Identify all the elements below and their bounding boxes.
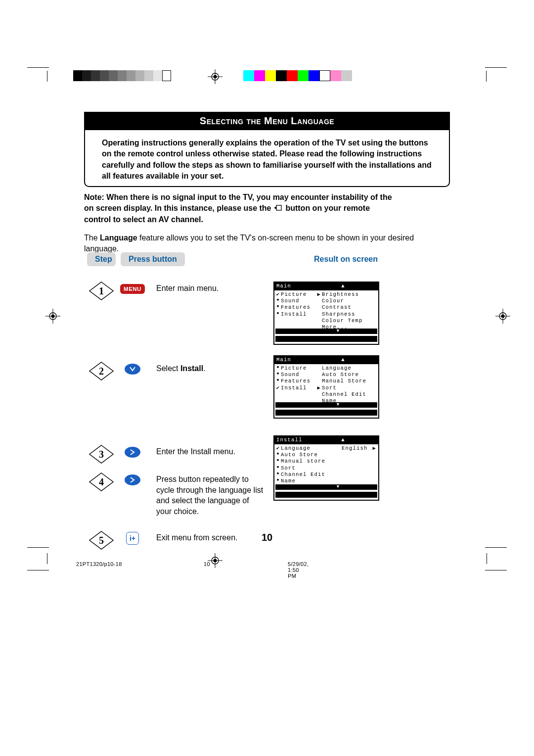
svg-text:4: 4 xyxy=(99,476,104,487)
menu-button-icon: MENU xyxy=(116,280,149,298)
av-input-icon xyxy=(273,203,283,214)
osd-blackbar xyxy=(275,410,377,416)
lang-para-bold: Language xyxy=(100,234,137,242)
step-number-diamond: 4 xyxy=(87,471,116,493)
body-text: Note: When there is no signal input to t… xyxy=(84,190,450,255)
bullet-icon: ■ xyxy=(275,472,281,478)
up-triangle-icon: ▲ xyxy=(308,437,376,443)
registration-mark-icon xyxy=(208,69,222,86)
check-icon: ✔ xyxy=(275,291,281,298)
down-triangle-icon: ▼ xyxy=(275,484,377,490)
intro-text: Operating instructions generally explain… xyxy=(102,138,432,182)
page-number: 10 xyxy=(0,532,534,543)
step-row: 1 MENU Enter main menu. xyxy=(87,280,453,302)
crop-mark-tr xyxy=(485,67,507,82)
note-line1: Note: When there is no signal input to t… xyxy=(84,193,392,201)
bullet-icon: ■ xyxy=(275,465,281,472)
crop-mark-br xyxy=(487,553,487,564)
footer-meta: 21PT1320/p10-18 10 5/29/02, 1:50 PM xyxy=(76,561,122,567)
down-triangle-icon: ▼ xyxy=(275,329,377,334)
right-button-icon xyxy=(116,443,149,461)
step-number-diamond: 1 xyxy=(87,280,116,302)
osd-blackbar xyxy=(275,336,377,342)
bullet-icon: ■ xyxy=(275,365,281,372)
note-line2b: button on your remote xyxy=(285,204,370,212)
step-row: 4 Press button repeatedly to cycle throu… xyxy=(87,471,453,517)
up-triangle-icon: ▲ xyxy=(308,357,376,363)
footer-datetime: 5/29/02, 1:50 PM xyxy=(288,561,309,579)
color-strip xyxy=(243,70,352,83)
step-number-diamond: 3 xyxy=(87,443,116,465)
step-desc: Enter main menu. xyxy=(156,280,219,294)
bullet-icon: ■ xyxy=(275,311,281,318)
hdr-step: Step xyxy=(87,252,116,266)
osd-blackbar xyxy=(275,492,377,498)
right-triangle-icon: ▶ xyxy=(372,445,376,452)
bullet-icon: ■ xyxy=(275,478,281,484)
osd-screen-1: Main ▲ ✔Picture ▶ ■Sound ■Features ■Inst… xyxy=(273,282,379,345)
step-row: 3 Enter the Install menu. xyxy=(87,443,453,465)
lang-para-a: The xyxy=(84,234,100,242)
note-line2a: on screen display. In this instance, ple… xyxy=(84,204,271,212)
bullet-icon: ■ xyxy=(275,458,281,465)
crop-mark-br xyxy=(485,570,507,570)
crop-mark-br xyxy=(485,547,507,548)
osd-screen-3: Install ▲ ✔LanguageEnglish▶ ■Auto Store … xyxy=(273,435,379,501)
step-number-diamond: 2 xyxy=(87,360,116,382)
step-row: 2 Select Install. xyxy=(87,360,453,382)
svg-text:2: 2 xyxy=(99,366,104,377)
step-desc: Press button repeatedly to cycle through… xyxy=(156,471,265,517)
step-desc: Enter the Install menu. xyxy=(156,443,235,457)
bullet-icon: ■ xyxy=(275,304,281,311)
osd-header-label: Main xyxy=(276,283,308,289)
crop-mark-bl xyxy=(27,547,49,548)
intro-box: Operating instructions generally explain… xyxy=(84,126,450,187)
bullet-icon: ■ xyxy=(275,372,281,378)
bullet-icon: ■ xyxy=(275,298,281,304)
right-button-icon xyxy=(116,471,149,489)
grayscale-strip xyxy=(73,70,171,83)
bullet-icon: ■ xyxy=(275,452,281,458)
hdr-result: Result on screen xyxy=(314,252,378,266)
up-triangle-icon: ▲ xyxy=(308,283,376,289)
crop-mark-bl xyxy=(47,553,47,564)
osd-screen-2: Main ▲ ■Picture ■Sound ■Features ✔Instal… xyxy=(273,355,379,419)
bullet-icon: ■ xyxy=(275,378,281,384)
column-headers: Step Press button Result on screen xyxy=(87,252,453,266)
hdr-press: Press button xyxy=(121,252,185,266)
osd-header-label: Install xyxy=(276,437,308,443)
manual-page: Selecting the Menu Language Operating in… xyxy=(0,0,534,756)
svg-text:1: 1 xyxy=(99,285,104,296)
steps-area: 1 MENU Enter main menu. 2 Select Install… xyxy=(87,276,453,551)
crop-mark-bl xyxy=(27,570,49,570)
registration-mark-icon xyxy=(45,309,60,326)
registration-mark-icon xyxy=(495,309,510,326)
svg-rect-12 xyxy=(276,205,281,210)
footer-page: 10 xyxy=(204,561,210,567)
note-line3: control to select an AV channel. xyxy=(84,215,203,224)
crop-mark-tl xyxy=(27,67,49,82)
down-button-icon xyxy=(116,360,149,378)
down-triangle-icon: ▼ xyxy=(275,402,377,408)
footer-docid: 21PT1320/p10-18 xyxy=(76,561,122,567)
svg-text:3: 3 xyxy=(99,449,104,460)
check-icon: ✔ xyxy=(275,385,281,391)
osd-header-label: Main xyxy=(276,357,308,363)
check-icon: ✔ xyxy=(275,445,281,452)
step-desc: Select Install. xyxy=(156,360,206,374)
